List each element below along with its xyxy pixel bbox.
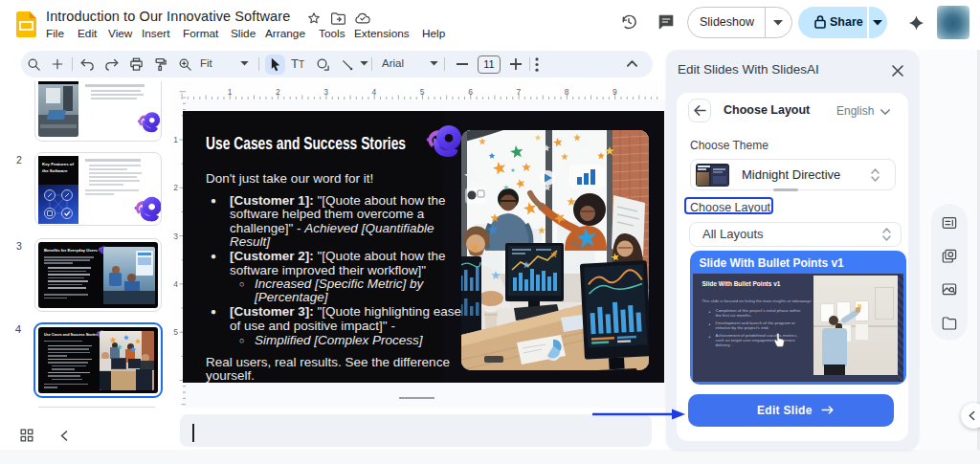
svg-text:4: 4 [173, 279, 178, 289]
svg-text:2: 2 [173, 183, 178, 192]
svg-text:3: 3 [173, 232, 178, 241]
svg-text:1: 1 [173, 135, 178, 144]
svg-text:5: 5 [173, 327, 178, 337]
